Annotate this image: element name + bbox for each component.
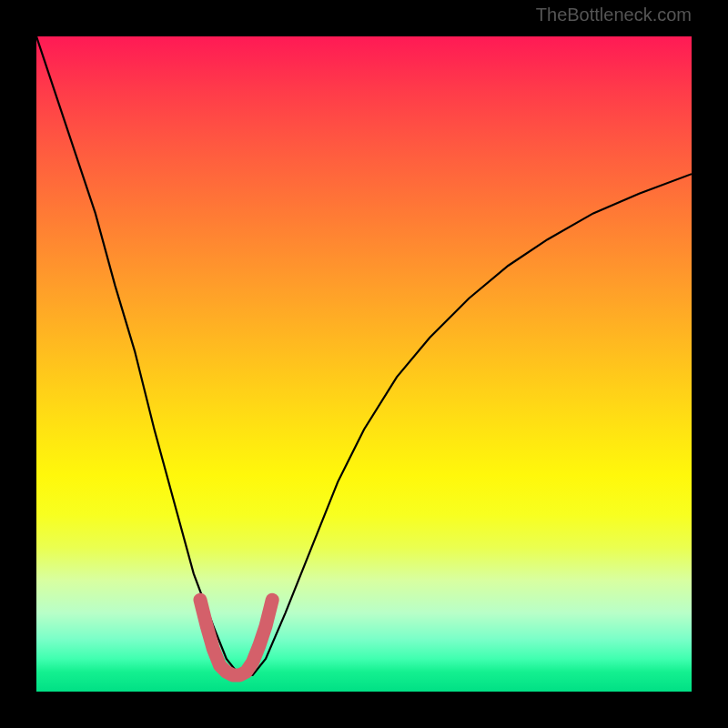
watermark-text: TheBottleneck.com	[536, 5, 692, 25]
bottleneck-curve	[36, 36, 692, 675]
plot-area	[36, 36, 692, 692]
curve-svg	[36, 36, 692, 692]
chart-container: TheBottleneck.com	[0, 0, 728, 728]
